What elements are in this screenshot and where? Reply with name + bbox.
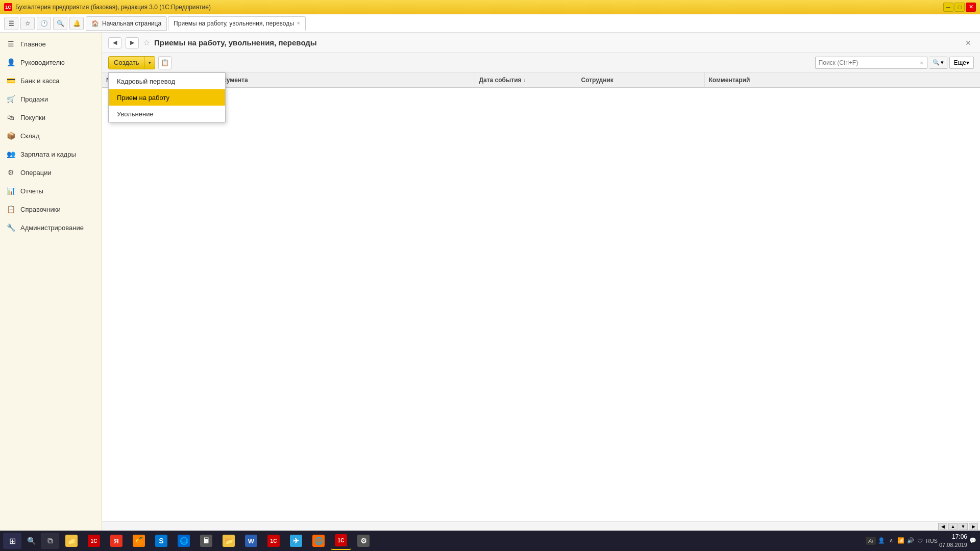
copy-btn[interactable]: 📋	[158, 56, 172, 69]
word-icon: W	[245, 535, 257, 547]
taskbar-app-word[interactable]: W	[241, 532, 261, 550]
taskbar-app-1c-red[interactable]: 1С	[84, 532, 104, 550]
nav-star-btn[interactable]: ☆	[20, 17, 35, 30]
taskbar-app-orange[interactable]: 🍊	[129, 532, 149, 550]
search-input[interactable]	[815, 57, 927, 69]
admin-icon: 🔧	[6, 223, 15, 232]
tray-security-icon[interactable]: 🛡	[916, 537, 924, 545]
sidebar-item-administrirovanie[interactable]: 🔧 Администрирование	[0, 218, 102, 237]
create-dropdown-arrow[interactable]: ▾	[144, 57, 155, 69]
clock-date: 07.08.2019	[939, 541, 967, 548]
scroll-left-btn[interactable]: ◀	[938, 523, 947, 530]
sidebar-item-zarplata-kadry[interactable]: 👥 Зарплата и кадры	[0, 145, 102, 163]
sidebar-item-spravochniki[interactable]: 📋 Справочники	[0, 200, 102, 218]
tray-notification-icon[interactable]: 💬	[969, 537, 977, 545]
th-kommentariy: Комментарий	[705, 72, 981, 87]
restore-btn[interactable]: □	[954, 3, 965, 12]
th-data-sobytiya-label: Дата события	[479, 77, 522, 84]
toolbar: Создать ▾ 📋 × 🔍 ▾ Еще	[102, 53, 980, 72]
taskbar-app-files[interactable]: 📂	[218, 532, 239, 550]
create-btn-group[interactable]: Создать ▾	[108, 56, 155, 69]
task-view-btn[interactable]: ⧉	[41, 533, 59, 549]
1c-main-icon: 1С	[267, 535, 280, 547]
search-clear-btn[interactable]: ×	[917, 58, 926, 67]
sidebar-item-pokupki[interactable]: 🛍 Покупки	[0, 108, 102, 127]
taskbar-clock[interactable]: 17:06 07.08.2019	[939, 533, 967, 548]
tray-lang[interactable]: RUS	[926, 538, 938, 544]
tab-close-btn[interactable]: ×	[297, 20, 300, 26]
sidebar-label-spravochniki: Справочники	[20, 206, 61, 213]
nav-history-btn[interactable]: 🕐	[37, 17, 51, 30]
taskbar-app-telegram[interactable]: ✈	[286, 532, 306, 550]
sidebar-label-rukovoditelyu: Руководителю	[20, 59, 65, 66]
tab-active[interactable]: Приемы на работу, увольнения, переводы ×	[168, 16, 306, 31]
sidebar-item-bank-kassa[interactable]: 💳 Банк и касса	[0, 71, 102, 90]
more-label: Еще	[954, 59, 966, 66]
dropdown-label-uvolnenie: Увольнение	[117, 110, 154, 118]
nav-bell-btn[interactable]: 🔔	[69, 17, 84, 30]
settings-icon: ⚙	[357, 535, 370, 547]
sidebar-item-glavnoe[interactable]: ☰ Главное	[0, 35, 102, 53]
search-go-btn[interactable]: 🔍 ▾	[929, 57, 947, 69]
tray-expand-icon[interactable]: ∧	[887, 537, 895, 545]
sidebar-item-sklad[interactable]: 📦 Склад	[0, 127, 102, 145]
nav-search-btn[interactable]: 🔍	[53, 17, 67, 30]
taskbar-search-btn[interactable]: 🔍	[23, 533, 39, 549]
1c-active-icon: 1С	[335, 534, 347, 546]
forward-btn[interactable]: ▶	[126, 37, 139, 48]
tray-volume-icon[interactable]: 🔊	[906, 537, 915, 545]
create-main-btn[interactable]: Создать	[109, 57, 144, 69]
close-content-btn[interactable]: ✕	[963, 37, 974, 48]
tray-network-icon[interactable]: 📶	[897, 537, 905, 545]
close-btn[interactable]: ✕	[966, 3, 976, 12]
orange-icon: 🍊	[133, 535, 145, 547]
sidebar-item-rukovoditelyu[interactable]: 👤 Руководителю	[0, 53, 102, 71]
sort-desc-icon: ↓	[524, 77, 526, 83]
sidebar-item-otchety[interactable]: 📊 Отчеты	[0, 182, 102, 200]
nav-settings-btn[interactable]: ☰	[4, 17, 18, 30]
taskbar-app-1c-main[interactable]: 1С	[263, 532, 284, 550]
sales-icon: 🛒	[6, 94, 15, 104]
tab-home[interactable]: 🏠 Начальная страница	[86, 16, 167, 31]
reference-icon: 📋	[6, 205, 15, 214]
nav-bar: ☰ ☆ 🕐 🔍 🔔 🏠 Начальная страница Приемы на…	[0, 14, 980, 33]
favorite-star-icon[interactable]: ☆	[143, 38, 150, 47]
scroll-right-btn[interactable]: ▶	[969, 523, 978, 530]
yandex-icon: Я	[110, 535, 122, 547]
dropdown-item-kadrovyy-perevod[interactable]: Кадровый перевод	[109, 73, 225, 89]
taskbar-app-1c-active[interactable]: 1С	[331, 532, 351, 550]
th-data-sobytiya: Дата события ↓	[475, 72, 577, 87]
home-icon: 🏠	[91, 20, 99, 27]
person-icon: 👤	[6, 58, 15, 67]
content-area: ◀ ▶ ☆ Приемы на работу, увольнения, пере…	[102, 33, 980, 531]
sidebar-item-operacii[interactable]: ⚙ Операции	[0, 163, 102, 182]
file-manager-icon: 📁	[65, 535, 78, 547]
dropdown-item-uvolnenie[interactable]: Увольнение	[109, 106, 225, 122]
taskbar-tray: Ai 👤 ∧ 📶 🔊 🛡 RUS 17:06 07.08.2019 💬	[866, 533, 977, 548]
tab-active-label: Приемы на работу, увольнения, переводы	[174, 20, 294, 27]
scroll-down-btn[interactable]: ▼	[959, 523, 968, 530]
dropdown-item-priem-na-rabotu[interactable]: Прием на работу	[109, 89, 225, 106]
taskbar-app-skype[interactable]: S	[151, 532, 172, 550]
sidebar: ☰ Главное 👤 Руководителю 💳 Банк и касса …	[0, 33, 102, 531]
calculator-icon: 🖩	[200, 535, 212, 547]
minimize-btn[interactable]: ─	[943, 3, 953, 12]
taskbar-app-settings[interactable]: ⚙	[353, 532, 374, 550]
back-btn[interactable]: ◀	[108, 37, 121, 48]
taskbar-app-file-manager[interactable]: 📁	[61, 532, 82, 550]
taskbar-app-browser2[interactable]: 🌐	[308, 532, 329, 550]
search-input-wrap: ×	[815, 57, 927, 69]
telegram-icon: ✈	[290, 535, 302, 547]
scroll-up-btn[interactable]: ▲	[948, 523, 958, 530]
ai-label[interactable]: Ai	[866, 537, 876, 545]
taskbar-app-calculator[interactable]: 🖩	[196, 532, 216, 550]
start-button[interactable]: ⊞	[3, 533, 21, 549]
tray-person-icon[interactable]: 👤	[877, 537, 886, 545]
sidebar-item-prodazhi[interactable]: 🛒 Продажи	[0, 90, 102, 108]
taskbar-app-globe[interactable]: 🌐	[174, 532, 194, 550]
warehouse-icon: 📦	[6, 131, 15, 140]
more-btn[interactable]: Еще ▾	[949, 57, 974, 69]
title-bar: 1C Бухгалтерия предприятия (базовая), ре…	[0, 0, 980, 14]
taskbar-app-yandex[interactable]: Я	[106, 532, 127, 550]
globe-icon: 🌐	[178, 535, 190, 547]
